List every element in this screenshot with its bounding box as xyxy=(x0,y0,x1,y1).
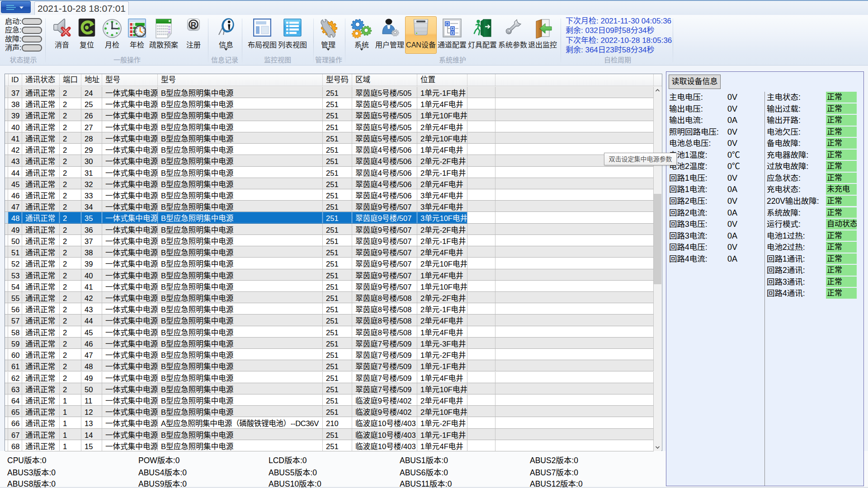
svg-text:R: R xyxy=(191,21,196,29)
